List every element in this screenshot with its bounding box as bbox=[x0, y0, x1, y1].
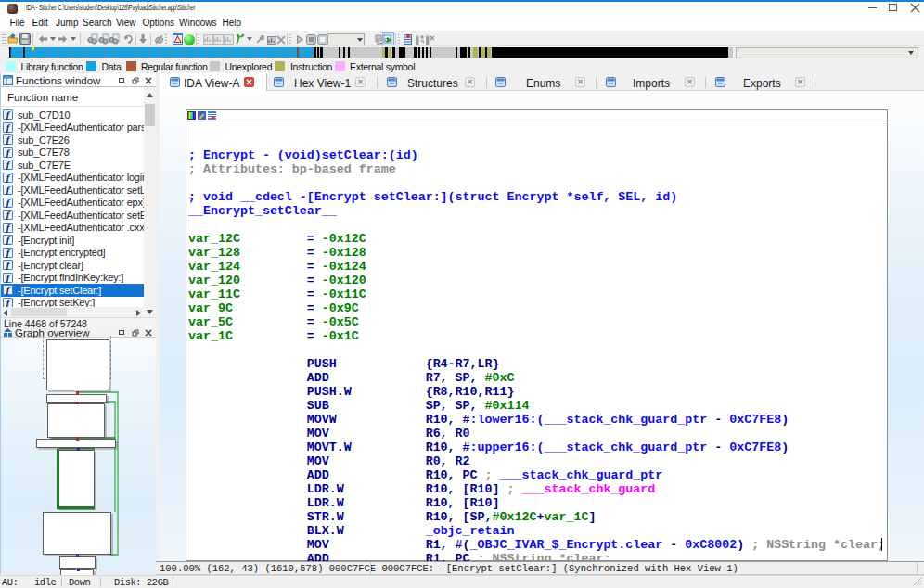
svg-text:C: C bbox=[385, 37, 389, 43]
